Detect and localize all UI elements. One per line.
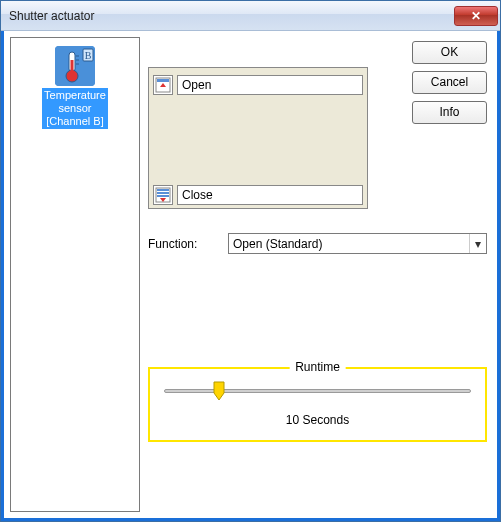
svg-rect-14 bbox=[157, 195, 169, 197]
runtime-group: Runtime 10 Seconds bbox=[148, 367, 487, 442]
sensor-list[interactable]: B Temperature sensor [Channel B] bbox=[10, 37, 140, 512]
function-row: Function: Open (Standard) ▾ bbox=[148, 233, 487, 254]
settings-pane: OK Cancel Info Open bbox=[148, 37, 491, 512]
info-button[interactable]: Info bbox=[412, 101, 487, 124]
close-action-row: Close bbox=[153, 184, 363, 206]
runtime-slider-thumb[interactable] bbox=[213, 381, 225, 401]
action-panel: Open Close bbox=[148, 67, 368, 209]
titlebar[interactable]: Shutter actuator ✕ bbox=[1, 1, 500, 31]
svg-rect-9 bbox=[157, 79, 169, 82]
svg-rect-13 bbox=[157, 192, 169, 194]
thermometer-icon: B bbox=[55, 46, 95, 86]
client-area: B Temperature sensor [Channel B] OK Canc… bbox=[1, 31, 500, 521]
chevron-down-icon: ▾ bbox=[469, 234, 486, 253]
sensor-item-temperature-b[interactable]: B Temperature sensor [Channel B] bbox=[15, 44, 135, 131]
window-title: Shutter actuator bbox=[9, 9, 454, 23]
svg-rect-3 bbox=[71, 60, 74, 74]
function-select[interactable]: Open (Standard) ▾ bbox=[228, 233, 487, 254]
dialog-window: Shutter actuator ✕ B bbox=[0, 0, 501, 522]
open-action-row: Open bbox=[153, 74, 363, 96]
window-close-button[interactable]: ✕ bbox=[454, 6, 498, 26]
svg-rect-12 bbox=[157, 189, 169, 191]
function-selected-value: Open (Standard) bbox=[233, 237, 322, 251]
shutter-open-icon[interactable] bbox=[153, 75, 173, 95]
shutter-close-icon[interactable] bbox=[153, 185, 173, 205]
cancel-button[interactable]: Cancel bbox=[412, 71, 487, 94]
ok-button[interactable]: OK bbox=[412, 41, 487, 64]
function-label: Function: bbox=[148, 237, 218, 251]
close-icon: ✕ bbox=[471, 9, 481, 23]
channel-badge-letter: B bbox=[85, 50, 92, 61]
close-action-field[interactable]: Close bbox=[177, 185, 363, 205]
runtime-legend: Runtime bbox=[289, 360, 346, 374]
svg-marker-16 bbox=[214, 382, 224, 400]
runtime-value: 10 Seconds bbox=[150, 413, 485, 427]
open-action-field[interactable]: Open bbox=[177, 75, 363, 95]
runtime-slider-track[interactable] bbox=[164, 389, 471, 393]
sensor-label: Temperature sensor [Channel B] bbox=[42, 88, 108, 129]
